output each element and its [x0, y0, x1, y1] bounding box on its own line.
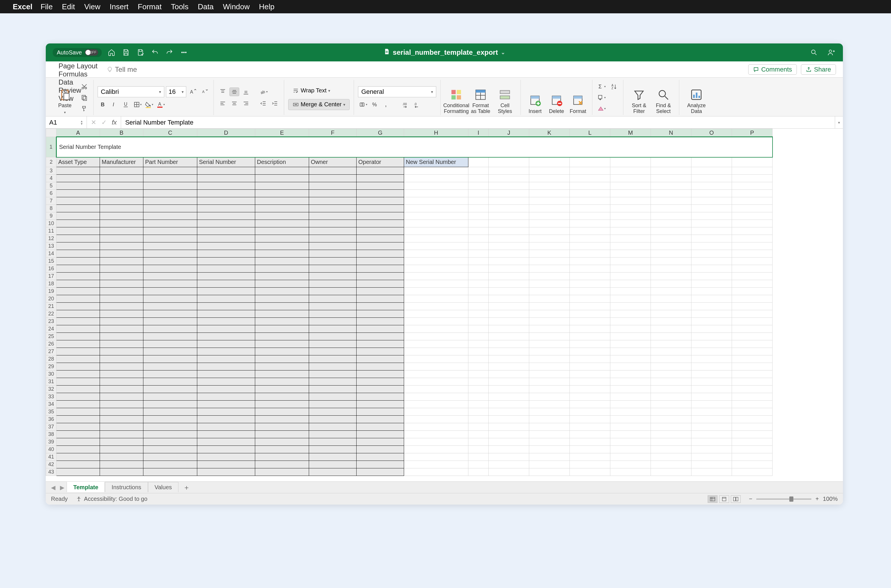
cell-P22[interactable]: [732, 310, 772, 318]
cell-M5[interactable]: [610, 182, 651, 190]
cell-K34[interactable]: [529, 400, 570, 408]
cell-P37[interactable]: [732, 423, 772, 431]
find-select-button[interactable]: Find & Select: [652, 81, 675, 114]
cell-E37[interactable]: [255, 423, 309, 431]
cell-B32[interactable]: [100, 386, 143, 393]
cell-I13[interactable]: [468, 243, 489, 250]
cell-F42[interactable]: [309, 461, 357, 468]
cell-C42[interactable]: [143, 461, 197, 468]
cell-L26[interactable]: [570, 340, 610, 348]
row-header-6[interactable]: 6: [46, 190, 57, 197]
cell-C17[interactable]: [143, 273, 197, 280]
cell-L38[interactable]: [570, 431, 610, 438]
document-title[interactable]: serial_number_template_export ⌄: [384, 48, 505, 57]
cell-N37[interactable]: [651, 423, 692, 431]
cell-H33[interactable]: [404, 393, 468, 400]
decrease-font-icon[interactable]: A: [200, 87, 209, 96]
cell-P6[interactable]: [732, 190, 772, 197]
cell-M40[interactable]: [610, 446, 651, 453]
cell-E31[interactable]: [255, 378, 309, 386]
cell-J43[interactable]: [489, 468, 529, 476]
row-header-33[interactable]: 33: [46, 393, 57, 400]
cell-B2[interactable]: Manufacturer: [100, 157, 143, 167]
cell-F30[interactable]: [309, 370, 357, 378]
cell-F40[interactable]: [309, 446, 357, 453]
cell-H3[interactable]: [404, 167, 468, 175]
row-header-1[interactable]: 1: [46, 137, 57, 157]
cell-E40[interactable]: [255, 446, 309, 453]
cell-M31[interactable]: [610, 378, 651, 386]
cell-I34[interactable]: [468, 400, 489, 408]
cell-P19[interactable]: [732, 288, 772, 295]
cell-F32[interactable]: [309, 386, 357, 393]
cell-H30[interactable]: [404, 370, 468, 378]
cell-D25[interactable]: [197, 333, 255, 340]
cell-J20[interactable]: [489, 295, 529, 303]
cell-D2[interactable]: Serial Number: [197, 157, 255, 167]
cell-C22[interactable]: [143, 310, 197, 318]
cell-H16[interactable]: [404, 265, 468, 273]
align-top-icon[interactable]: [218, 87, 228, 96]
cell-H9[interactable]: [404, 212, 468, 220]
ribbon-tab-page-layout[interactable]: Page Layout: [53, 62, 104, 70]
cell-H25[interactable]: [404, 333, 468, 340]
cell-A23[interactable]: [57, 318, 100, 325]
sheet-tab-template[interactable]: Template: [67, 482, 105, 492]
cell-E23[interactable]: [255, 318, 309, 325]
cell-F4[interactable]: [309, 175, 357, 182]
cell-E38[interactable]: [255, 431, 309, 438]
cell-J39[interactable]: [489, 438, 529, 446]
cell-G14[interactable]: [357, 250, 404, 258]
cell-L17[interactable]: [570, 273, 610, 280]
row-header-8[interactable]: 8: [46, 205, 57, 212]
cell-G5[interactable]: [357, 182, 404, 190]
cell-A15[interactable]: [57, 258, 100, 265]
cell-K4[interactable]: [529, 175, 570, 182]
cell-G18[interactable]: [357, 280, 404, 288]
cell-F17[interactable]: [309, 273, 357, 280]
cell-K41[interactable]: [529, 453, 570, 461]
sort-az-icon[interactable]: AZ: [609, 82, 619, 91]
cell-G40[interactable]: [357, 446, 404, 453]
decrease-decimal-icon[interactable]: .0: [412, 100, 422, 109]
cell-H18[interactable]: [404, 280, 468, 288]
cell-J8[interactable]: [489, 205, 529, 212]
mac-menu-edit[interactable]: Edit: [62, 2, 75, 11]
cell-L9[interactable]: [570, 212, 610, 220]
cell-M42[interactable]: [610, 461, 651, 468]
col-header-E[interactable]: E: [255, 129, 309, 137]
cell-H10[interactable]: [404, 220, 468, 227]
percent-icon[interactable]: %: [370, 100, 380, 109]
cell-A10[interactable]: [57, 220, 100, 227]
cell-D43[interactable]: [197, 468, 255, 476]
cell-B17[interactable]: [100, 273, 143, 280]
cell-A3[interactable]: [57, 167, 100, 175]
cell-K5[interactable]: [529, 182, 570, 190]
cell-I32[interactable]: [468, 386, 489, 393]
cell-I3[interactable]: [468, 167, 489, 175]
cell-title[interactable]: Serial Number Template: [57, 137, 772, 157]
cell-N25[interactable]: [651, 333, 692, 340]
cell-F20[interactable]: [309, 295, 357, 303]
cell-L21[interactable]: [570, 303, 610, 310]
cell-G42[interactable]: [357, 461, 404, 468]
row-header-21[interactable]: 21: [46, 303, 57, 310]
cell-P15[interactable]: [732, 258, 772, 265]
cell-L32[interactable]: [570, 386, 610, 393]
cell-C8[interactable]: [143, 205, 197, 212]
cell-D11[interactable]: [197, 227, 255, 235]
cell-I41[interactable]: [468, 453, 489, 461]
cell-L39[interactable]: [570, 438, 610, 446]
cell-H32[interactable]: [404, 386, 468, 393]
cell-I12[interactable]: [468, 235, 489, 243]
cell-P36[interactable]: [732, 416, 772, 423]
cell-J12[interactable]: [489, 235, 529, 243]
cell-A6[interactable]: [57, 190, 100, 197]
cell-O25[interactable]: [692, 333, 732, 340]
cell-M23[interactable]: [610, 318, 651, 325]
cell-C26[interactable]: [143, 340, 197, 348]
cell-C27[interactable]: [143, 348, 197, 356]
cell-N17[interactable]: [651, 273, 692, 280]
cell-O35[interactable]: [692, 408, 732, 416]
cell-M27[interactable]: [610, 348, 651, 356]
